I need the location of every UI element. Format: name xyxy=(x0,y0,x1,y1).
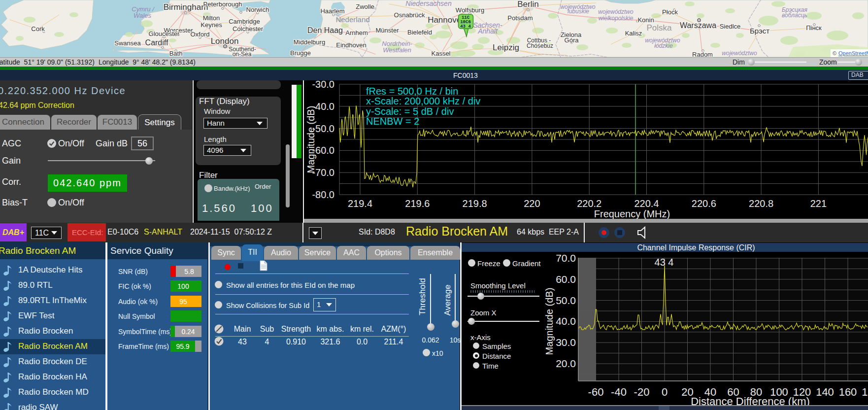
svg-text:220.2: 220.2 xyxy=(577,198,601,209)
svg-text:Gloucester: Gloucester xyxy=(149,30,180,37)
svg-text:Bath: Bath xyxy=(169,50,183,57)
svg-text:Wolfsburg: Wolfsburg xyxy=(456,6,484,14)
svg-text:OpenStreetM: OpenStreetM xyxy=(838,50,868,56)
svg-text:219.6: 219.6 xyxy=(405,198,430,209)
svg-text:Nederland: Nederland xyxy=(335,15,369,24)
svg-text:Eindhoven: Eindhoven xyxy=(336,41,366,49)
svg-text:London: London xyxy=(211,36,239,46)
svg-text:0: 0 xyxy=(662,386,668,398)
svg-text:Kassel: Kassel xyxy=(431,50,450,57)
svg-text:Płock: Płock xyxy=(662,8,678,16)
svg-text:Frequency (MHz): Frequency (MHz) xyxy=(594,208,670,219)
svg-text:Colchester: Colchester xyxy=(233,25,264,33)
svg-text:województwo: województwo xyxy=(722,50,757,57)
svg-text:220.6: 220.6 xyxy=(692,198,716,209)
svg-text:вобласць: вобласць xyxy=(782,12,807,19)
svg-text:Keynes: Keynes xyxy=(200,21,222,29)
svg-text:Wales: Wales xyxy=(134,12,151,19)
svg-text:Middelburg: Middelburg xyxy=(294,38,325,46)
svg-text:-60: -60 xyxy=(588,386,604,398)
svg-text:Den Haag: Den Haag xyxy=(307,26,343,34)
svg-text:Swansea: Swansea xyxy=(114,39,141,47)
svg-text:219.8: 219.8 xyxy=(463,198,487,209)
svg-text:220.8: 220.8 xyxy=(749,198,773,209)
svg-text:43 4: 43 4 xyxy=(460,24,471,29)
svg-text:Münster: Münster xyxy=(376,27,400,34)
svg-text:Magnitude (dB): Magnitude (dB) xyxy=(544,288,555,355)
svg-text:Potsdam: Potsdam xyxy=(507,14,533,22)
svg-text:Oxford: Oxford xyxy=(190,31,209,38)
svg-text:-80.0: -80.0 xyxy=(312,189,334,200)
svg-text:20.0: 20.0 xyxy=(556,358,576,369)
svg-text:Peterborough: Peterborough xyxy=(203,0,242,8)
svg-text:Брэст: Брэст xyxy=(750,27,769,35)
svg-text:Chóśebuz: Chóśebuz xyxy=(527,42,553,49)
svg-text:-40: -40 xyxy=(611,386,627,398)
svg-text:x-Scale: 200,000 kHz / div: x-Scale: 200,000 kHz / div xyxy=(366,96,480,106)
svg-text:województwo: województwo xyxy=(598,8,634,15)
svg-text:Westfalen: Westfalen xyxy=(383,46,411,54)
svg-text:50.0: 50.0 xyxy=(556,295,576,306)
svg-text:Brugge: Brugge xyxy=(290,49,311,57)
svg-text:Cork: Cork xyxy=(31,25,45,33)
svg-text:Birmingham: Birmingham xyxy=(164,2,208,12)
svg-text:Radom: Radom xyxy=(692,51,713,57)
svg-text:on-Sea: on-Sea xyxy=(233,51,252,57)
svg-text:221: 221 xyxy=(810,198,827,209)
svg-text:łódzkie: łódzkie xyxy=(654,42,673,49)
svg-text:-30.0: -30.0 xyxy=(312,80,334,90)
svg-text:60.0: 60.0 xyxy=(556,273,576,285)
svg-text:Warszawa: Warszawa xyxy=(680,21,716,30)
svg-text:Arnhem: Arnhem xyxy=(345,29,368,36)
svg-text:40.0: 40.0 xyxy=(556,315,576,327)
svg-text:lubuskie: lubuskie xyxy=(568,8,589,15)
svg-text:Berlin: Berlin xyxy=(517,0,538,9)
svg-text:Norwich: Norwich xyxy=(246,6,269,13)
svg-text:©: © xyxy=(833,50,836,56)
svg-text:Góra: Góra xyxy=(565,36,579,44)
svg-text:-20: -20 xyxy=(634,386,650,398)
svg-text:Zwolle: Zwolle xyxy=(356,3,374,10)
svg-text:220: 220 xyxy=(524,198,540,209)
svg-text:Cambridge: Cambridge xyxy=(229,18,260,25)
svg-text:wielkopolskie: wielkopolskie xyxy=(599,15,634,22)
svg-text:NENBW = 2: NENBW = 2 xyxy=(366,116,419,127)
svg-text:220.4: 220.4 xyxy=(634,198,659,209)
svg-text:Siedlce: Siedlce xyxy=(720,23,741,30)
svg-text:Kalisz: Kalisz xyxy=(625,30,642,37)
svg-text:Cardiff: Cardiff xyxy=(145,38,168,47)
svg-text:70.0: 70.0 xyxy=(556,252,576,264)
svg-text:Milton: Milton xyxy=(203,14,220,22)
svg-text:140: 140 xyxy=(816,386,834,398)
svg-text:Anhalt: Anhalt xyxy=(477,27,498,35)
svg-text:Haarlem: Haarlem xyxy=(320,7,344,15)
svg-text:Пінск: Пінск xyxy=(806,24,822,32)
svg-text:Bielefeld: Bielefeld xyxy=(407,29,432,36)
svg-text:Niedersachsen: Niedersachsen xyxy=(405,0,452,7)
svg-text:Magnitude (dB): Magnitude (dB) xyxy=(305,106,316,173)
svg-text:Osnabrück: Osnabrück xyxy=(394,11,425,19)
svg-text:180: 180 xyxy=(862,386,868,398)
svg-text:30.0: 30.0 xyxy=(556,337,576,348)
svg-text:Konin: Konin xyxy=(637,16,654,24)
svg-text:Polska: Polska xyxy=(646,23,672,33)
svg-text:y-Scale: = 5 dB / div: y-Scale: = 5 dB / div xyxy=(366,106,454,117)
svg-text:219.4: 219.4 xyxy=(348,198,372,209)
svg-text:fRes = 500,0 Hz / bin: fRes = 500,0 Hz / bin xyxy=(366,86,458,97)
svg-text:160: 160 xyxy=(839,386,857,398)
svg-text:Leipzig: Leipzig xyxy=(493,43,519,52)
svg-text:43 4: 43 4 xyxy=(655,257,674,268)
